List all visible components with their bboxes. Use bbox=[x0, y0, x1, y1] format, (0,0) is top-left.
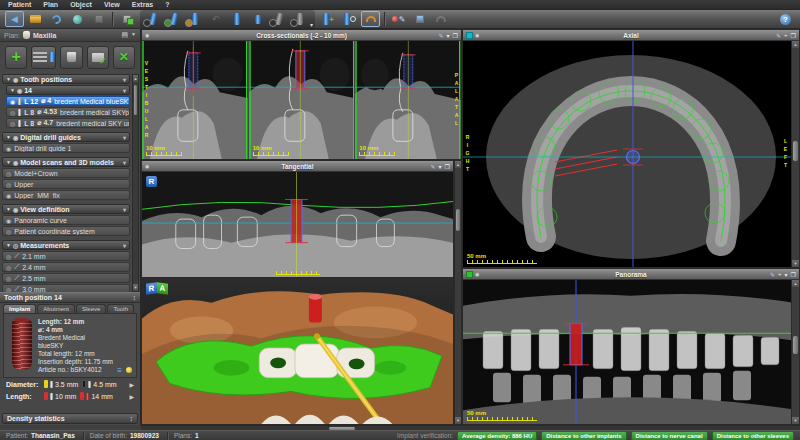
menu-view[interactable]: View bbox=[104, 1, 120, 8]
model-item[interactable]: ◉ Upper_MM_fix bbox=[2, 190, 130, 200]
cross-sectionals-body[interactable]: VESTIBULAR PALATAL bbox=[142, 41, 461, 159]
panorama-scrollbar[interactable]: ▲ ▼ bbox=[791, 280, 799, 424]
panel-header-tooth-positions[interactable]: ▼ ◉ Tooth positions ▾ bbox=[2, 74, 130, 84]
scrollbar-thumb[interactable] bbox=[134, 85, 137, 115]
pin-icon[interactable]: ▾ bbox=[123, 87, 126, 94]
panel-header-view-definition[interactable]: ▼◉ View definition ▾ bbox=[2, 204, 130, 214]
radio-icon[interactable]: ◎ bbox=[10, 120, 15, 127]
axial-body[interactable]: RIGHT LEFT bbox=[463, 41, 799, 267]
pin-icon[interactable]: ◉ bbox=[475, 271, 479, 277]
scrollbar-thumb[interactable] bbox=[456, 209, 460, 231]
implant-database-icon[interactable] bbox=[185, 11, 204, 27]
tooth-group-header[interactable]: ▼ ◉ 14 ▾ bbox=[6, 85, 130, 95]
implant-wrench-icon[interactable] bbox=[164, 11, 183, 27]
diameter-option[interactable]: 4.5 mm bbox=[82, 380, 116, 388]
view-3d-body[interactable]: R A bbox=[142, 279, 453, 424]
panorama-body[interactable]: 50 mm ▲ ▼ bbox=[463, 280, 799, 424]
maximize-icon[interactable]: ❐ bbox=[791, 32, 796, 39]
draw-nerve-icon[interactable]: ✎ bbox=[389, 11, 408, 27]
menu-patient[interactable]: Patient bbox=[8, 1, 31, 8]
menu-plan[interactable]: Plan bbox=[43, 1, 58, 8]
add-implant-icon[interactable]: + bbox=[319, 11, 338, 27]
diameter-option[interactable]: 3.5 mm bbox=[44, 380, 78, 388]
scrollbar-thumb[interactable] bbox=[793, 141, 798, 161]
model-item[interactable]: ◎ Upper bbox=[2, 179, 130, 189]
tangential-scrollbar[interactable]: ▲ ▼ bbox=[454, 160, 462, 425]
verification-badge-nerve[interactable]: Distance to nerve canal bbox=[631, 431, 708, 440]
panel-header-drill-guides[interactable]: ▼◉ Digital drill guides ▾ bbox=[2, 132, 130, 142]
pin-icon[interactable]: ◉ bbox=[475, 32, 479, 38]
measurement-item[interactable]: ◎⟋ 2.5 mm bbox=[2, 273, 130, 283]
scroll-up-icon[interactable]: ▲ bbox=[455, 161, 461, 168]
tooth-position-item[interactable]: ◎ L 8 ⌀ 4.7 bredent medical SKY unifit S… bbox=[6, 118, 130, 128]
discard-button[interactable]: ✕ bbox=[113, 46, 135, 69]
tangential-body[interactable]: R bbox=[142, 172, 453, 277]
panel-header-measurements[interactable]: ▼◎ Measurements ▾ bbox=[2, 240, 130, 250]
axial-scrollbar[interactable]: ▲ ▼ bbox=[791, 41, 799, 267]
dropdown-icon[interactable]: ▾ bbox=[785, 271, 788, 278]
scroll-up-icon[interactable]: ▲ bbox=[792, 280, 799, 287]
pin-icon[interactable]: ◉ bbox=[145, 163, 149, 169]
add-object-button[interactable]: + bbox=[5, 46, 27, 69]
tab-tooth[interactable]: Tooth bbox=[107, 304, 134, 313]
scroll-up-icon[interactable]: ▲ bbox=[792, 41, 799, 48]
length-option[interactable]: 10 mm bbox=[44, 392, 76, 400]
export-images-icon[interactable] bbox=[68, 11, 87, 27]
expand-icon[interactable]: ↕ bbox=[130, 415, 134, 422]
next-length-icon[interactable]: ▶ bbox=[129, 393, 134, 400]
open-plan-icon[interactable] bbox=[26, 11, 45, 27]
implant-gear-icon[interactable] bbox=[143, 11, 162, 27]
tooth-detail-title-bar[interactable]: Tooth position 14 ↕ bbox=[0, 292, 140, 303]
tab-sleeve[interactable]: Sleeve bbox=[76, 304, 106, 313]
maximize-icon[interactable]: ❐ bbox=[445, 163, 450, 170]
panel-header-models[interactable]: ▼◉ Model scans and 3D models ▾ bbox=[2, 157, 130, 167]
help-icon[interactable]: ? bbox=[776, 11, 795, 27]
more-dropdown-icon[interactable]: ▾ bbox=[310, 21, 313, 28]
scroll-down-icon[interactable]: ▼ bbox=[455, 417, 461, 424]
measurement-item[interactable]: ◎⟋ 3.0 mm bbox=[2, 284, 130, 292]
pin-icon[interactable]: ▾ bbox=[123, 76, 126, 83]
cross-section-slice-2[interactable]: 10 mm bbox=[249, 41, 355, 159]
menu-help[interactable]: ? bbox=[165, 1, 169, 8]
verification-badge-implants[interactable]: Distance to other implants bbox=[541, 431, 626, 440]
edit-model-icon[interactable] bbox=[410, 11, 429, 27]
tangential-header[interactable]: ◉ Tangential ✎ ▾ ❐ bbox=[142, 161, 453, 172]
save-plan-icon[interactable] bbox=[47, 11, 66, 27]
sidebar-scrollbar[interactable]: ▲ ▼ bbox=[132, 74, 139, 292]
view-definition-item[interactable]: ◎ Patient coordinate system bbox=[2, 226, 130, 236]
dropdown-icon[interactable]: ▾ bbox=[447, 32, 450, 39]
scrollbar-thumb[interactable] bbox=[793, 336, 798, 354]
implant-small-icon[interactable] bbox=[248, 11, 267, 27]
visibility-icon[interactable]: ◉ bbox=[17, 87, 22, 94]
measurement-item[interactable]: ◎⟋ 2.4 mm bbox=[2, 262, 130, 272]
collapse-icon[interactable]: ▼ bbox=[10, 87, 15, 93]
plan-list-icon[interactable]: ▤ bbox=[121, 31, 128, 39]
implant-cylinder-icon[interactable] bbox=[227, 11, 246, 27]
model-item[interactable]: ◎ Model+Crown bbox=[2, 168, 130, 178]
cross-section-slice-3[interactable]: 10 mm bbox=[355, 41, 461, 159]
abutment-icon[interactable] bbox=[269, 11, 288, 27]
implant-menu-icon[interactable]: ≡ bbox=[117, 367, 122, 374]
crosshair-icon[interactable]: + bbox=[784, 32, 788, 39]
view-definition-item[interactable]: ◉ Panoramic curve bbox=[2, 215, 130, 225]
scroll-down-icon[interactable]: ▼ bbox=[792, 260, 799, 267]
tab-implant[interactable]: Implant bbox=[3, 304, 36, 313]
axial-header[interactable]: ◉ Axial ✎ + ❐ bbox=[463, 30, 799, 41]
tab-abutment[interactable]: Abutment bbox=[37, 304, 75, 313]
tooth-position-item[interactable]: ◎ L 8 ⌀ 4.53 bredent medical SKYplant bbox=[6, 107, 130, 117]
show-3d-cube-icon[interactable] bbox=[117, 11, 136, 27]
annotate-icon[interactable]: ✎ bbox=[431, 163, 436, 170]
menu-object[interactable]: Object bbox=[70, 1, 92, 8]
sleeve-implant-icon[interactable] bbox=[290, 11, 309, 27]
maximize-icon[interactable]: ❐ bbox=[791, 271, 796, 278]
verification-badge-sleeves[interactable]: Distance to other sleeves bbox=[712, 431, 794, 440]
annotate-icon[interactable]: ✎ bbox=[770, 271, 775, 278]
plan-dropdown-icon[interactable]: ▼ bbox=[131, 31, 136, 39]
scroll-down-icon[interactable]: ▼ bbox=[133, 284, 138, 291]
density-statistics-header[interactable]: Density statistics ↕ bbox=[2, 413, 138, 424]
dropdown-icon[interactable]: ▾ bbox=[439, 163, 442, 170]
crosshair-icon[interactable]: + bbox=[778, 271, 782, 278]
validate-plan-button[interactable] bbox=[87, 46, 109, 69]
back-icon[interactable]: ◀ bbox=[5, 11, 24, 27]
radio-icon[interactable]: ◉ bbox=[10, 98, 15, 105]
